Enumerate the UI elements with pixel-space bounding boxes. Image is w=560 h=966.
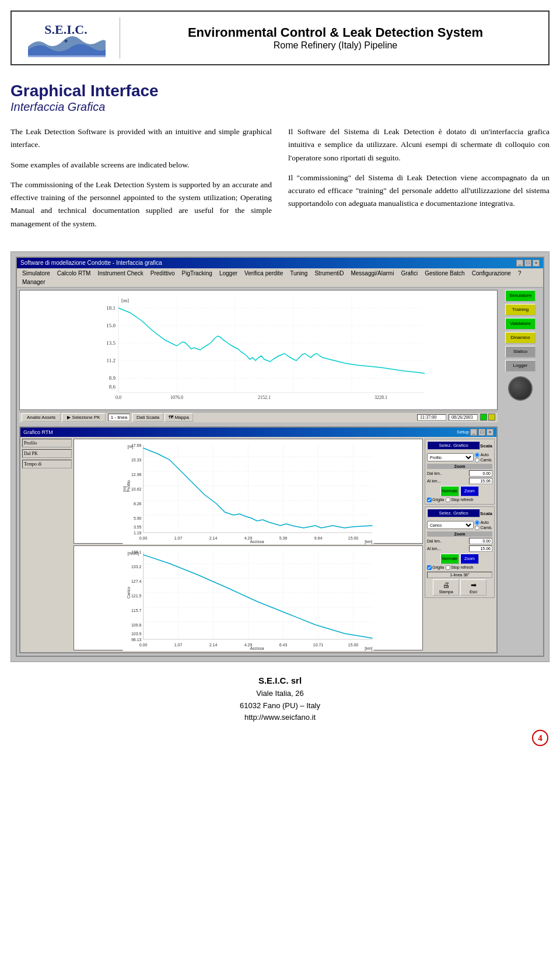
dati-scada-btn[interactable]: Dati Scada — [132, 413, 163, 422]
svg-text:15.00: 15.00 — [348, 643, 359, 647]
svg-text:13.5: 13.5 — [106, 340, 116, 346]
stampa-label: Stampa — [439, 590, 453, 594]
col1-para3: The commissioning of the Leak Detection … — [10, 178, 272, 230]
dal-km-input-2[interactable]: 0.00 — [469, 538, 492, 544]
svg-text:0.00: 0.00 — [139, 536, 148, 540]
menu-manager[interactable]: Manager — [19, 278, 48, 286]
svg-text:1076.0: 1076.0 — [170, 395, 183, 400]
line-selector: 1 - linea — [108, 414, 130, 421]
grafico-close[interactable]: × — [487, 429, 494, 436]
carico-svg: 138.1 133.2 127.4 121.5 115.7 109.8 103.… — [74, 546, 422, 651]
sw-main-panel: 18.1 15.0 13.5 11.2 8.9 8.6 0.0 1076.0 2… — [19, 290, 498, 653]
normale-btn-1[interactable]: Normale — [440, 486, 459, 496]
grafico-controls[interactable]: Setup _ □ × — [457, 429, 494, 436]
svg-text:8.6: 8.6 — [109, 384, 116, 390]
stop-check-1[interactable]: Stop refresh — [446, 498, 473, 502]
svg-text:127.4: 127.4 — [131, 579, 142, 583]
dal-km-input-1[interactable]: 0.00 — [469, 470, 492, 477]
profilo-chart: 17.69 15.33 12.98 10.62 8.26 5.90 3.55 1… — [74, 439, 423, 544]
mode-validatore[interactable]: Validatore — [505, 318, 536, 330]
grafico-maximize[interactable]: □ — [478, 429, 485, 436]
mappa-btn[interactable]: 🗺 Mappa — [164, 413, 193, 422]
menu-predittivo[interactable]: Predittivo — [148, 270, 178, 277]
svg-text:3228.1: 3228.1 — [374, 395, 387, 400]
menu-simulatore[interactable]: Simulatore — [19, 270, 53, 277]
svg-text:12.98: 12.98 — [131, 473, 142, 477]
menu-verifica[interactable]: Verifica perdite — [242, 270, 286, 277]
page-title-it: Interfaccia Grafica — [10, 100, 550, 114]
auto-radio-1[interactable]: Auto — [475, 453, 492, 457]
maximize-btn[interactable]: □ — [524, 260, 531, 267]
griglia-check-2[interactable]: Griglia — [427, 565, 444, 570]
menu-logger[interactable]: Logger — [216, 270, 240, 277]
menu-grafici[interactable]: Grafici — [398, 270, 421, 277]
page-number-area: 4 — [0, 730, 560, 746]
svg-text:◉: ◉ — [64, 38, 68, 43]
menu-pig[interactable]: PigTracking — [178, 270, 215, 277]
selez-btn-bottom[interactable]: Selez. Grafico — [427, 509, 480, 517]
dal-km-row-2: Dal km.. 0.00 — [427, 538, 492, 545]
grafico-minimize[interactable]: _ — [470, 429, 477, 436]
carico-select[interactable]: Carico — [427, 521, 474, 529]
sw-menubar: Simulatore Calcolo RTM Instrument Check … — [17, 268, 543, 288]
selez-scala-row: Selez. Grafico Scala — [427, 441, 492, 451]
menu-calcolo[interactable]: Calcolo RTM — [54, 270, 94, 277]
logo-area: S.E.I.C. ◉ — [21, 18, 120, 58]
griglia-check-1[interactable]: Griglia — [427, 498, 444, 502]
zoom-btns-2: Normale Zoom — [427, 554, 492, 564]
analisi-btn[interactable]: Analisi Assets — [22, 413, 61, 422]
svg-text:9.64: 9.64 — [314, 536, 323, 540]
menu-instrument[interactable]: Instrument Check — [94, 270, 146, 277]
svg-text:1.19: 1.19 — [134, 531, 142, 535]
al-km-input-2[interactable]: 15.06 — [469, 545, 492, 552]
svg-text:0.00: 0.00 — [139, 643, 148, 647]
mode-dinamico[interactable]: Dinamico — [505, 332, 536, 344]
page-number: 4 — [532, 730, 548, 746]
selezione-btn[interactable]: ▶ Selezione PK — [62, 413, 105, 422]
svg-text:15.33: 15.33 — [131, 458, 142, 462]
stampa-btn[interactable]: 🖨 Stampa — [433, 579, 459, 596]
linea-selector[interactable]: 1-linea 38° — [427, 572, 492, 578]
esci-btn[interactable]: ➡ Esci — [460, 579, 487, 596]
exit-icon: ➡ — [471, 581, 477, 589]
dal-km-label-2: Dal km.. — [427, 539, 442, 543]
minimize-btn[interactable]: _ — [516, 260, 523, 267]
page-title-en: Graphical Interface — [10, 82, 550, 100]
menu-gestione[interactable]: Gestione Batch — [422, 270, 467, 277]
menu-tuning[interactable]: Tuning — [287, 270, 310, 277]
mode-simulatore[interactable]: Simulatore — [505, 290, 536, 302]
company-address: Viale Italia, 26 — [0, 688, 560, 700]
camb-radio-2[interactable]: Camb. — [475, 526, 492, 530]
stop-check-2[interactable]: Stop refresh — [446, 565, 473, 570]
setup-label[interactable]: Setup — [457, 429, 469, 435]
sw-titlebar: Software di modellazione Condotte - Inte… — [17, 258, 543, 268]
auto-radio-2[interactable]: Auto — [475, 520, 492, 525]
mode-statico[interactable]: Statico — [505, 346, 536, 358]
grafico-rtm-window: Grafico RTM Setup _ □ × Profilo — [19, 426, 498, 653]
mode-logger[interactable]: Logger — [505, 360, 536, 372]
svg-text:[m/20]: [m/20] — [128, 551, 139, 556]
svg-text:[km]: [km] — [365, 646, 372, 651]
camb-radio-1[interactable]: Camb. — [475, 458, 492, 463]
menu-help[interactable]: ? — [515, 270, 524, 277]
dal-pk-label: Dal PK — [22, 449, 72, 458]
al-km-label-1: Al km... — [427, 479, 440, 483]
menu-strumenti[interactable]: StrumentiD — [312, 270, 346, 277]
sw-titlebar-controls[interactable]: _ □ × — [516, 260, 540, 267]
al-km-input-1[interactable]: 15.06 — [469, 478, 492, 484]
normale-btn-2[interactable]: Normale — [440, 554, 459, 564]
grafico-right-panel: Selez. Grafico Scala Profilo Auto — [425, 439, 495, 650]
grafico-title: Grafico RTM — [23, 429, 53, 435]
menu-config[interactable]: Configurazione — [469, 270, 514, 277]
selez-btn-top[interactable]: Selez. Grafico — [427, 441, 480, 450]
close-btn[interactable]: × — [533, 260, 540, 267]
footer: S.E.I.C. srl Viale Italia, 26 61032 Fano… — [0, 674, 560, 724]
selez-grafico-top: Selez. Grafico Scala Profilo Auto — [425, 439, 495, 505]
profilo-select[interactable]: Profilo — [427, 453, 474, 461]
zoom-title-2: Zoom — [427, 531, 492, 537]
menu-messaggi[interactable]: Messaggi/Alarmi — [348, 270, 397, 277]
zoom-btn-2[interactable]: Zoom — [460, 554, 479, 564]
tempo-di-label: Tempo di — [22, 460, 72, 468]
zoom-btn-1[interactable]: Zoom — [460, 486, 479, 496]
mode-training[interactable]: Training — [505, 304, 536, 316]
